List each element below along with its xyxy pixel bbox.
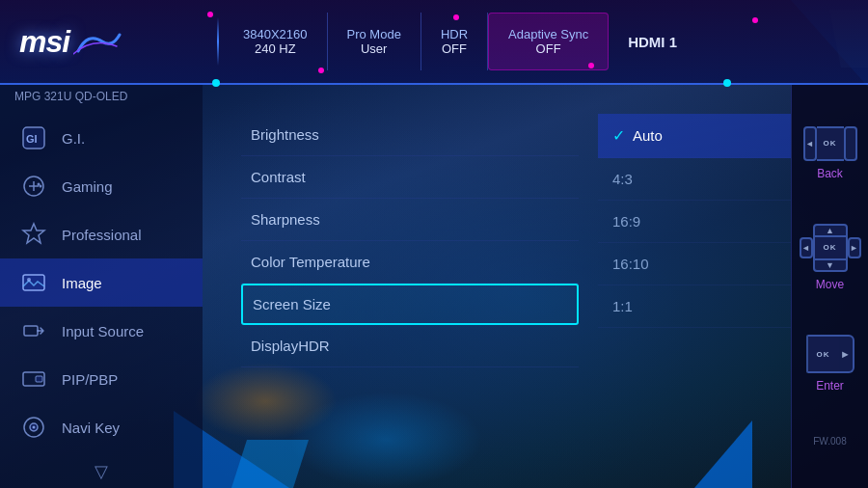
sidebar-item-navi-key-label: Navi Key <box>62 420 120 436</box>
move-right-arrow: ► <box>848 237 861 258</box>
sidebar-item-pip-pbp-label: PIP/PBP <box>62 371 118 388</box>
sidebar-item-pip-pbp[interactable]: PIP/PBP <box>0 355 203 403</box>
image-icon <box>19 268 48 297</box>
menu-item-color-temperature-label: Color Temperature <box>251 254 569 270</box>
move-ok-text: OK <box>813 237 848 258</box>
move-label: Move <box>816 278 844 291</box>
main-content: GI G.I. Gaming Profession <box>0 85 868 488</box>
navi-key-icon <box>19 413 48 442</box>
menu-item-brightness[interactable]: Brightness <box>241 114 579 156</box>
menu-item-displayhdr-label: DisplayHDR <box>251 338 569 354</box>
msi-swoosh-icon <box>73 27 122 56</box>
sidebar-item-navi-key[interactable]: Navi Key <box>0 403 203 451</box>
back-control[interactable]: ◄ OK Back <box>803 126 857 180</box>
option-16-10[interactable]: 16:10 <box>598 243 791 285</box>
header-adaptive-sync-label: Adaptive Sync <box>508 27 588 41</box>
option-1-1-label: 1:1 <box>612 298 633 314</box>
header-info: 3840X2160 240 HZ Pro Mode User HDR OFF A… <box>224 13 858 70</box>
header-pro-mode: Pro Mode User <box>328 13 421 70</box>
option-16-10-label: 16:10 <box>612 256 649 272</box>
options-panel: ✓ Auto 4:3 16:9 16:10 1:1 <box>598 85 791 488</box>
sidebar-item-gaming[interactable]: Gaming <box>0 162 203 210</box>
svg-marker-5 <box>23 224 44 243</box>
sidebar-item-professional-label: Professional <box>62 227 142 243</box>
option-1-1[interactable]: 1:1 <box>598 285 791 328</box>
enter-btn-visual: OK ► <box>806 335 854 373</box>
menu-item-screen-size-label: Screen Size <box>253 296 567 312</box>
sidebar-item-input-source[interactable]: Input Source <box>0 307 203 355</box>
enter-right-arrow: ► <box>839 335 854 373</box>
back-label: Back <box>817 167 843 180</box>
move-btn-visual: ▲ ◄ OK ► ▼ <box>800 224 861 272</box>
pink-dot-3 <box>453 14 459 20</box>
header-hdr-label: HDR <box>441 27 468 41</box>
header-cyan-dot-1 <box>212 79 220 87</box>
header-resolution-line1: 3840X2160 <box>243 27 308 41</box>
header-adaptive-sync: Adaptive Sync OFF <box>488 13 609 70</box>
svg-point-13 <box>33 426 36 429</box>
option-auto[interactable]: ✓ Auto <box>598 114 791 158</box>
sidebar-item-gi[interactable]: GI G.I. <box>0 114 203 162</box>
header-hdmi-label: HDMI 1 <box>628 34 677 50</box>
right-control-panel: ◄ OK Back ▲ ◄ OK ► ▼ Move OK <box>791 85 868 488</box>
professional-icon <box>19 220 48 249</box>
header-hdr-value: OFF <box>442 41 467 56</box>
option-16-9-label: 16:9 <box>612 213 640 230</box>
header-pro-mode-label: Pro Mode <box>347 27 401 41</box>
pink-dot-2 <box>318 68 324 73</box>
back-btn-visual: ◄ OK <box>803 126 857 161</box>
back-right-side <box>844 126 857 161</box>
header-adaptive-sync-value: OFF <box>536 41 561 56</box>
sidebar-more-arrow: ▽ <box>0 461 203 482</box>
header-pro-mode-value: User <box>361 41 387 56</box>
monitor-model-label: MPG 321U QD-OLED <box>14 85 127 103</box>
back-left-arrow: ◄ <box>803 126 817 161</box>
move-control[interactable]: ▲ ◄ OK ► ▼ Move <box>800 224 861 291</box>
svg-point-4 <box>40 185 42 188</box>
menu-item-displayhdr[interactable]: DisplayHDR <box>241 325 579 367</box>
logo-area: msi <box>10 24 212 60</box>
move-up-arrow: ▲ <box>813 224 848 237</box>
fw-version-label: FW.008 <box>813 436 846 447</box>
svg-point-7 <box>27 278 31 282</box>
pip-pbp-icon <box>19 365 48 393</box>
menu-item-contrast[interactable]: Contrast <box>241 156 579 199</box>
header-resolution-line2: 240 HZ <box>255 41 296 56</box>
sidebar-item-image-label: Image <box>62 275 102 291</box>
menu-item-screen-size[interactable]: Screen Size <box>241 284 579 325</box>
svg-rect-8 <box>24 326 38 336</box>
enter-control[interactable]: OK ► Enter <box>806 335 854 393</box>
pink-dot-1 <box>207 12 213 17</box>
enter-ok-text: OK <box>808 335 839 373</box>
center-menu: Brightness Contrast Sharpness Color Temp… <box>203 85 598 488</box>
sidebar-item-image[interactable]: Image <box>0 258 203 307</box>
gaming-icon <box>19 172 48 201</box>
header-resolution: 3840X2160 240 HZ <box>224 13 328 70</box>
sidebar-item-input-source-label: Input Source <box>62 323 144 339</box>
menu-item-sharpness[interactable]: Sharpness <box>241 199 579 241</box>
move-down-arrow: ▼ <box>813 258 848 272</box>
header-hdmi: HDMI 1 <box>609 13 696 70</box>
enter-label: Enter <box>816 379 844 393</box>
sidebar-item-gi-label: G.I. <box>62 130 85 147</box>
menu-item-color-temperature[interactable]: Color Temperature <box>241 241 579 284</box>
option-4-3-label: 4:3 <box>612 171 633 187</box>
header-divider-1 <box>217 17 219 66</box>
menu-item-contrast-label: Contrast <box>251 169 569 185</box>
pink-dot-4 <box>588 63 594 68</box>
svg-rect-10 <box>36 376 42 382</box>
msi-logo: msi <box>19 24 69 60</box>
option-16-9[interactable]: 16:9 <box>598 201 791 243</box>
sidebar-item-professional[interactable]: Professional <box>0 210 203 258</box>
menu-item-sharpness-label: Sharpness <box>251 211 569 228</box>
menu-item-brightness-label: Brightness <box>251 126 569 143</box>
header-cyan-dot-2 <box>723 79 731 87</box>
back-ok-text: OK <box>817 126 844 161</box>
header-bar: msi 3840X2160 240 HZ Pro Mode User HDR O… <box>0 0 868 85</box>
move-left-arrow: ◄ <box>800 237 813 258</box>
pink-dot-5 <box>752 17 758 23</box>
option-4-3[interactable]: 4:3 <box>598 158 791 201</box>
input-source-icon <box>19 316 48 345</box>
sidebar: GI G.I. Gaming Profession <box>0 85 203 488</box>
sidebar-item-gaming-label: Gaming <box>62 178 113 195</box>
